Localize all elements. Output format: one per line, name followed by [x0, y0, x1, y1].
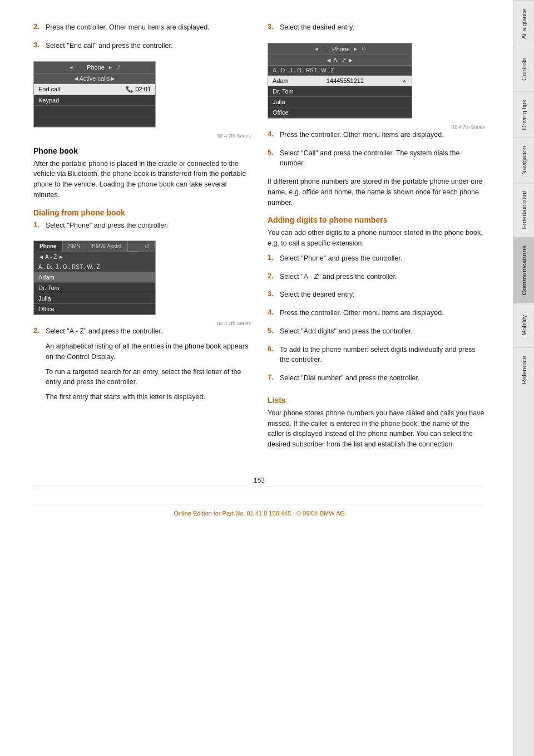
dialing-heading: Dialing from phone book [33, 208, 251, 217]
add-step-2: 2. Select "A - Z" and press the controll… [268, 272, 485, 287]
tab-at-a-glance-label: At a glance [521, 8, 527, 39]
step-3-text: Select "End call" and press the controll… [46, 41, 172, 51]
arrow-right-icon: ► [108, 65, 113, 70]
step-2-text: Press the controller. Other menu items a… [46, 22, 210, 33]
tab-entertainment[interactable]: Entertainment [513, 183, 534, 237]
lists-heading: Lists [268, 396, 485, 405]
add-step-4-text: Press the controller. Other menu items a… [280, 308, 444, 318]
phone-book-heading: Phone book [33, 146, 251, 155]
active-calls-label: Active calls [79, 75, 110, 82]
empty-row-2 [34, 116, 155, 127]
keypad-label: Keypad [38, 97, 59, 104]
adding-digits-heading: Adding digits to phone numbers [268, 215, 485, 224]
tab-controls[interactable]: Controls [513, 47, 534, 91]
lists-text: Your phone stores phone numbers you have… [268, 408, 485, 450]
tab-mobility[interactable]: Mobility [513, 303, 534, 347]
refresh-icon-3: ↺ [362, 46, 366, 52]
right-step-4: 4. Press the controller. Other menu item… [268, 130, 485, 145]
tab-controls-label: Controls [521, 58, 527, 81]
arrow-left-icon: ◄ [68, 65, 73, 70]
phone-header-3-label: Phone [332, 46, 350, 52]
add-step-5-number: 5. [268, 326, 276, 341]
dr-tom-label: Dr. Tom [38, 284, 60, 291]
add-step-5-text: Select "Add digits" and press the contro… [280, 326, 413, 337]
call-time: 📞 02:01 [126, 86, 151, 93]
office-entry: Office [268, 107, 412, 118]
dial-step-2-line-2: An alphabetical listing of all the entri… [46, 341, 251, 362]
keypad-row: Keypad [34, 95, 155, 106]
dial-step-2: 2. Select "A - Z" and press the controll… [33, 326, 251, 407]
tab-navigation[interactable]: Navigation [513, 138, 534, 183]
page-container: 2. Press the controller. Other menu item… [0, 0, 534, 756]
add-step-6-text: To add to the phone number: select digit… [280, 345, 485, 366]
right-step-3-number: 3. [268, 22, 276, 37]
phone-icon-call: 📞 [126, 86, 134, 92]
end-call-label: End call [38, 86, 60, 93]
subheader-arrow-right: ► [110, 75, 116, 82]
tab-reference-label: Reference [521, 356, 527, 384]
office-label: Office [38, 306, 55, 312]
julia-label: Julia [38, 295, 51, 302]
phone-icon-3: 📞 [322, 46, 329, 52]
phone-ui-end-call: ◄ 📞 Phone ► ↺ ◄ Active calls ► End call [33, 61, 156, 127]
phone-ui-phone-book: Phone SMS BMW Assist ↺ ◄ A - Z ► A.. D..… [33, 240, 156, 315]
add-step-2-number: 2. [268, 272, 276, 287]
dr-tom-row: Dr. Tom [34, 283, 155, 293]
add-step-6-number: 6. [268, 345, 276, 370]
adding-digits-intro: You can add other digits to a phone numb… [268, 228, 485, 249]
right-step-5: 5. Select "Call" and press the controlle… [268, 148, 485, 174]
julia-row: Julia [34, 293, 155, 304]
adam-label: Adam [38, 274, 55, 281]
add-step-7-text: Select "Dial number" and press the contr… [280, 373, 419, 384]
page-number: 153 [33, 477, 485, 484]
tab-communications-label: Communications [521, 246, 527, 295]
julia-entry: Julia [268, 97, 412, 107]
add-step-3: 3. Select the desired entry. [268, 289, 485, 305]
call-timer: 02:01 [135, 86, 151, 92]
right-step-5-number: 5. [268, 148, 276, 174]
tab-bmw-assist: BMW Assist [86, 241, 127, 252]
header3-arrow-left: ◄ [314, 46, 319, 52]
dial-step-1-number: 1. [33, 220, 42, 235]
office-entry-label: Office [273, 109, 289, 116]
dial-step-2-line-3: To run a targeted search for an entry, s… [46, 367, 251, 388]
phone-header-label: Phone [87, 64, 105, 71]
tab-phone: Phone [34, 241, 63, 252]
add-step-7: 7. Select "Dial number" and press the co… [268, 373, 485, 388]
alpha-row-2: A.. D.. J.. O.. RST.. W.. Z [34, 262, 155, 272]
dial-step-2-line-1: Select "A - Z" and press the controller. [46, 326, 251, 337]
add-step-5: 5. Select "Add digits" and press the con… [268, 326, 485, 341]
office-row: Office [34, 304, 155, 315]
step-2-number: 2. [33, 22, 42, 37]
dr-tom-entry: Dr. Tom [268, 86, 412, 97]
add-step-1-number: 1. [268, 253, 276, 268]
footer-text: Online Edition for Part-No. 01 41 0 158 … [33, 504, 485, 517]
end-call-row: End call 📞 02:01 [34, 84, 155, 95]
tab-mobility-label: Mobility [521, 315, 527, 336]
left-column: 2. Press the controller. Other menu item… [33, 22, 251, 454]
tab-driving-tips[interactable]: Driving tips [513, 91, 534, 138]
add-step-1: 1. Select "Phone" and press the controll… [268, 253, 485, 268]
page-footer-area: 153 Online Edition for Part-No. 01 41 0 … [33, 477, 485, 517]
az-subheader-3: ◄ A - Z ► [268, 55, 412, 66]
dial-step-1: 1. Select "Phone" and press the controll… [33, 220, 251, 235]
header3-arrow-right: ► [353, 46, 358, 52]
tab-navigation-label: Navigation [521, 146, 527, 175]
tab-sms: SMS [63, 241, 87, 252]
adam-row: Adam [34, 272, 155, 283]
add-step-4-number: 4. [268, 308, 276, 323]
two-column-layout: 2. Press the controller. Other menu item… [33, 22, 485, 454]
phone-header-1: ◄ 📞 Phone ► ↺ [34, 62, 155, 73]
tab-at-a-glance[interactable]: At a glance [513, 0, 534, 47]
alpha-row-3: A.. D.. J.. O.. RST.. W.. Z [268, 66, 412, 76]
right-step-5-text: Select "Call" and press the controller. … [280, 148, 485, 169]
tab-communications[interactable]: Communications [513, 237, 534, 303]
dial-step-1-text: Select "Phone" and press the controller. [46, 220, 168, 231]
add-step-4: 4. Press the controller. Other menu item… [268, 308, 485, 323]
tab-reference[interactable]: Reference [513, 347, 534, 392]
step-3-number: 3. [33, 41, 42, 56]
az-bar-2: ◄ A - Z ► [34, 252, 155, 262]
img-label-1: 02 4 7th Series [33, 133, 251, 139]
adam-phone-number: 14445551212 [327, 77, 364, 84]
step-3-end-call: 3. Select "End call" and press the contr… [33, 41, 251, 56]
